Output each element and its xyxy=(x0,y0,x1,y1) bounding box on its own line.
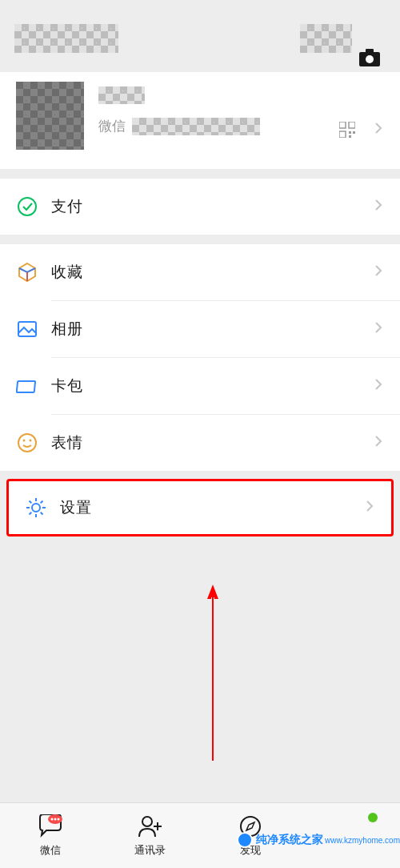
svg-point-31 xyxy=(57,818,59,820)
avatar xyxy=(16,82,84,150)
svg-rect-1 xyxy=(366,49,374,54)
svg-marker-36 xyxy=(246,822,254,830)
tab-chats[interactable]: 微信 xyxy=(0,803,100,868)
redacted-block xyxy=(14,24,118,53)
svg-rect-5 xyxy=(339,131,346,138)
stickers-icon xyxy=(16,432,51,454)
watermark-url: www.kzmyhome.com xyxy=(325,836,400,845)
tab-label: 微信 xyxy=(40,843,61,858)
arrow-annotation xyxy=(207,585,218,761)
badge-dot xyxy=(368,813,378,822)
menu-label: 支付 xyxy=(51,196,83,217)
tab-label: 通讯录 xyxy=(134,843,166,858)
menu-label: 设置 xyxy=(60,497,92,518)
chevron-right-icon xyxy=(374,378,382,394)
svg-rect-3 xyxy=(339,122,346,128)
qr-code-icon[interactable] xyxy=(339,122,355,141)
status-bar xyxy=(0,0,400,24)
cards-icon xyxy=(16,375,51,397)
menu-label: 相册 xyxy=(51,319,83,340)
chevron-right-icon xyxy=(374,122,382,138)
camera-icon[interactable] xyxy=(358,48,381,70)
svg-point-15 xyxy=(23,440,26,442)
svg-rect-12 xyxy=(18,322,36,336)
chevron-right-icon xyxy=(374,199,382,215)
menu-item-favorites[interactable]: 收藏 xyxy=(0,244,400,300)
redacted-block xyxy=(300,24,352,53)
profile-row[interactable]: 微信 xyxy=(0,72,400,169)
watermark: 纯净系统之家 www.kzmyhome.com xyxy=(237,832,400,848)
chevron-right-icon xyxy=(366,500,374,516)
chevron-right-icon xyxy=(374,321,382,337)
svg-line-25 xyxy=(41,501,43,504)
profile-name-redacted xyxy=(98,86,145,104)
menu-group-pay: 支付 xyxy=(0,179,400,235)
wechat-id-prefix: 微信 xyxy=(98,117,126,135)
svg-point-29 xyxy=(50,818,53,820)
menu-item-cards[interactable]: 卡包 xyxy=(0,358,400,414)
menu-label: 收藏 xyxy=(51,262,83,283)
svg-line-23 xyxy=(41,512,43,515)
menu-label: 表情 xyxy=(51,432,83,453)
divider xyxy=(0,235,400,244)
svg-rect-8 xyxy=(349,135,351,138)
svg-line-22 xyxy=(30,501,32,504)
chevron-right-icon xyxy=(374,435,382,451)
svg-rect-13 xyxy=(17,381,35,392)
highlight-annotation: 设置 xyxy=(6,479,394,536)
wechat-id-redacted xyxy=(132,118,260,135)
svg-point-14 xyxy=(18,434,36,452)
svg-point-30 xyxy=(54,818,56,820)
favorites-icon xyxy=(16,261,51,283)
menu-item-settings[interactable]: 设置 xyxy=(9,481,391,534)
svg-point-2 xyxy=(366,55,374,63)
album-icon xyxy=(16,318,51,340)
svg-point-17 xyxy=(32,504,40,512)
svg-point-32 xyxy=(142,817,152,826)
contacts-icon xyxy=(137,814,164,842)
chevron-right-icon xyxy=(374,264,382,280)
svg-point-16 xyxy=(30,440,32,442)
gear-icon xyxy=(25,496,60,519)
svg-rect-7 xyxy=(353,131,355,134)
svg-point-9 xyxy=(18,198,36,215)
menu-item-stickers[interactable]: 表情 xyxy=(0,415,400,471)
top-bar xyxy=(0,24,400,72)
pay-icon xyxy=(16,195,51,218)
svg-marker-26 xyxy=(207,585,218,599)
svg-rect-4 xyxy=(349,122,355,128)
svg-rect-6 xyxy=(349,131,351,134)
watermark-logo-icon xyxy=(237,832,253,848)
menu-item-pay[interactable]: 支付 xyxy=(0,179,400,235)
menu-item-album[interactable]: 相册 xyxy=(0,301,400,357)
chat-icon xyxy=(37,814,64,842)
menu-label: 卡包 xyxy=(51,376,83,396)
svg-line-24 xyxy=(30,512,32,515)
tab-contacts[interactable]: 通讯录 xyxy=(100,803,200,868)
divider xyxy=(0,169,400,179)
menu-group-content: 收藏 相册 卡包 表情 xyxy=(0,244,400,471)
watermark-text: 纯净系统之家 xyxy=(256,833,323,847)
